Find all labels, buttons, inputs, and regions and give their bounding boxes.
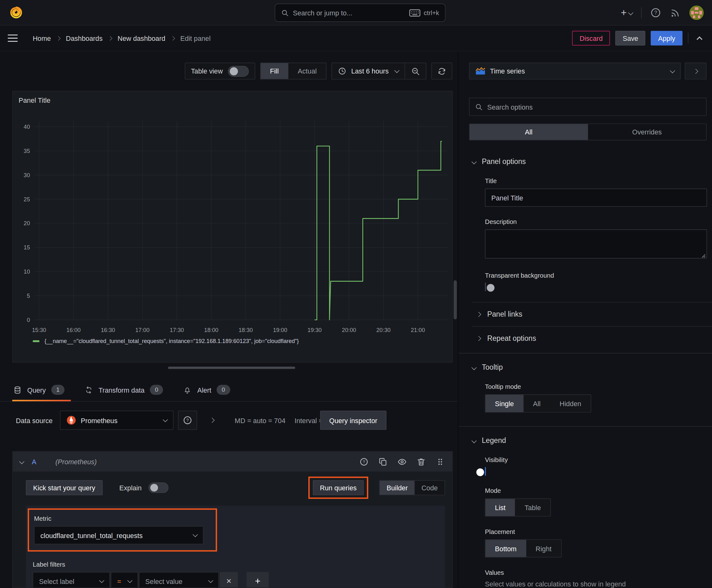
zoom-out-button[interactable] [405,63,426,79]
breadcrumb-dashboards[interactable]: Dashboards [66,34,103,42]
tooltip-hidden-option[interactable]: Hidden [550,395,591,412]
svg-text:5: 5 [27,293,30,299]
svg-text:17:30: 17:30 [170,327,184,333]
fill-option[interactable]: Fill [261,63,288,79]
explain-toggle[interactable] [149,482,169,493]
tab-overrides[interactable]: Overrides [588,124,706,140]
breadcrumb-new-dashboard[interactable]: New dashboard [117,34,165,42]
search-input[interactable] [293,9,405,17]
label-filters-label: Label filters [33,561,445,568]
svg-text:15: 15 [24,244,30,251]
time-range-label: Last 6 hours [351,67,389,75]
resize-handle-icon[interactable] [701,253,706,258]
global-search[interactable]: ctrl+k [275,4,446,22]
query-editor-card: A (Prometheus) ? [12,451,453,588]
datasource-help-button[interactable]: ? [178,411,197,430]
legend-table-option[interactable]: Table [515,499,551,516]
transparent-background-toggle[interactable] [485,283,486,291]
tab-query[interactable]: Query 1 [12,382,71,402]
pane-resize-handle[interactable] [168,366,295,369]
collapse-query-icon[interactable] [19,459,24,464]
options-search-input[interactable] [487,103,701,111]
tooltip-all-option[interactable]: All [523,395,550,412]
editor-tabs: Query 1 Transform data 0 Alert 0 [12,382,236,402]
legend-series-label[interactable]: {__name__="cloudflared_tunnel_total_requ… [45,338,299,344]
chevron-right-icon [108,36,112,40]
edit-pane: Table view Fill Actual Last 6 hours [0,51,458,588]
panel-links-section[interactable]: Panel links [477,302,712,326]
description-textarea[interactable] [485,229,707,258]
legend-visibility-toggle[interactable] [485,467,486,476]
transform-icon [84,385,93,394]
menu-icon[interactable] [8,35,18,42]
chevron-up-icon[interactable] [697,36,702,42]
query-header[interactable]: A (Prometheus) ? [13,452,452,472]
query-help-icon[interactable]: ? [359,457,369,466]
discard-button[interactable]: Discard [572,31,610,45]
save-button[interactable]: Save [615,31,645,45]
top-bar: ctrl+k + ? [0,0,712,25]
chevron-down-icon [193,532,198,537]
tab-all[interactable]: All [470,124,588,140]
transparent-background-label: Transparent background [485,272,712,279]
builder-option[interactable]: Builder [380,481,415,495]
tab-alert[interactable]: Alert 0 [182,382,236,402]
tooltip-section[interactable]: Tooltip [472,363,712,372]
svg-text:16:00: 16:00 [67,327,81,333]
help-button[interactable]: ? [650,7,661,18]
query-stats: MD = auto = 704 [235,417,286,424]
add-filter-button[interactable]: + [246,572,269,588]
legend-section[interactable]: Legend [472,437,712,445]
chevron-down-icon [670,68,675,73]
svg-text:?: ? [363,459,365,464]
search-icon [281,9,289,17]
metric-select[interactable]: cloudflared_tunnel_total_requests [34,526,203,544]
disable-query-eye-icon[interactable] [397,457,407,466]
time-series-chart[interactable]: 051015202530354015:3016:0016:3017:0017:3… [13,91,453,339]
value-select[interactable]: Select value [139,572,219,588]
datasource-picker[interactable]: Prometheus [60,411,174,430]
remove-filter-button[interactable]: × [220,572,238,588]
tab-query-count: 1 [51,385,64,395]
table-view-toggle[interactable] [228,66,249,77]
placement-right-option[interactable]: Right [526,540,561,557]
table-view-control[interactable]: Table view [185,63,255,80]
run-queries-button[interactable]: Run queries [313,480,364,495]
chevron-down-icon [394,68,399,73]
tab-transform-data[interactable]: Transform data 0 [84,382,170,402]
time-range-picker[interactable]: Last 6 hours [332,63,405,79]
legend-list-option[interactable]: List [486,499,515,516]
avatar[interactable] [689,5,704,20]
tooltip-single-option[interactable]: Single [486,395,523,412]
toggle-options-pane-button[interactable] [685,63,706,80]
grafana-logo[interactable] [8,5,24,20]
news-rss-button[interactable] [670,7,681,18]
svg-text:35: 35 [24,148,30,154]
actual-option[interactable]: Actual [288,63,326,79]
apply-button[interactable]: Apply [651,31,683,45]
operator-select[interactable]: = [111,572,138,588]
datasource-label: Data source [16,417,53,424]
label-select[interactable]: Select label [33,572,110,588]
options-search[interactable] [469,98,706,116]
expand-row-icon[interactable] [209,418,214,423]
panel-options-section[interactable]: Panel options [472,158,712,166]
breadcrumb-home[interactable]: Home [33,34,51,42]
panel-title-input[interactable] [485,188,707,207]
refresh-button[interactable] [431,63,452,80]
chevron-down-icon [472,365,477,370]
code-option[interactable]: Code [415,481,445,495]
new-menu-button[interactable]: + [621,7,632,18]
visualization-picker[interactable]: Time series [469,63,681,80]
repeat-options-section[interactable]: Repeat options [477,327,712,350]
legend-placement-switch: Bottom Right [485,539,562,558]
scrollbar-thumb[interactable] [454,280,457,319]
drag-handle-icon[interactable] [435,457,445,466]
placement-bottom-option[interactable]: Bottom [486,540,526,557]
query-inspector-button[interactable]: Query inspector [320,411,386,430]
trash-icon[interactable] [416,457,426,466]
query-builder-surface: Metric cloudflared_tunnel_total_requests… [26,506,445,588]
duplicate-query-icon[interactable] [378,457,388,466]
divider [459,353,712,353]
kick-start-button[interactable]: Kick start your query [26,480,102,495]
